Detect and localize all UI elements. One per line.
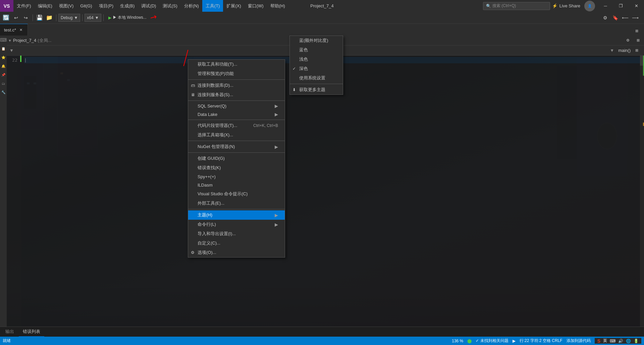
menu-git[interactable]: Git(G) xyxy=(77,0,95,12)
theme-light-label: 浅色 xyxy=(299,56,308,62)
line-num-22: 22 xyxy=(7,57,17,63)
tray-icon-2: 🔊 xyxy=(618,339,623,343)
menu-analyze[interactable]: 分析(N) xyxy=(181,0,202,12)
tab-test-c[interactable]: test.c* ✕ xyxy=(0,24,28,36)
activity-icon-5[interactable]: 📌 xyxy=(0,72,6,78)
new-project-btn[interactable]: 🔃 xyxy=(1,13,11,22)
run-button[interactable]: ▶ ▶ 本地 Windows... xyxy=(106,13,149,22)
theme-light[interactable]: 浅色 xyxy=(290,55,343,64)
menu-sql-server[interactable]: SQL Server(Q) ▶ xyxy=(188,102,285,110)
sql-arrow-icon: ▶ xyxy=(275,104,278,109)
sep-2 xyxy=(188,100,285,101)
menu-test[interactable]: 测试(S) xyxy=(159,0,180,12)
maximize-button[interactable]: ❐ xyxy=(613,0,629,12)
code-content[interactable]: | xyxy=(21,56,644,327)
status-add-source[interactable]: 添加到源代码 xyxy=(567,338,591,344)
menu-nuget[interactable]: NuGet 包管理器(N) ▶ xyxy=(188,142,285,151)
save-btn[interactable]: 💾 xyxy=(35,13,44,22)
close-button[interactable]: ✕ xyxy=(629,0,644,12)
server-icon: 🖥 xyxy=(191,92,195,97)
menu-manage-preview[interactable]: 管理和预览(P)功能 xyxy=(188,69,285,78)
menu-vs-cmd[interactable]: Visual Studio 命令提示(C) xyxy=(188,189,285,199)
solution-arrow[interactable]: ▼ xyxy=(8,39,12,43)
split-editor-btn[interactable]: ⊞ xyxy=(632,26,641,36)
status-zoom[interactable]: 136 % xyxy=(452,339,463,343)
menu-window[interactable]: 窗口(W) xyxy=(245,0,267,12)
theme-system[interactable]: 使用系统设置 xyxy=(290,73,343,83)
external-tools-label: 外部工具(E)... xyxy=(198,200,224,206)
activity-icon-7[interactable]: 🔧 xyxy=(0,89,6,95)
menu-connect-db[interactable]: 🗃 连接到数据库(D)... xyxy=(188,81,285,90)
menu-toolbox-items[interactable]: 选择工具箱项(X)... xyxy=(188,130,285,140)
status-ready: 就绪 xyxy=(3,338,11,344)
menu-help[interactable]: 帮助(H) xyxy=(267,0,288,12)
debug-toolbar-btn[interactable]: ⚙ xyxy=(600,13,610,22)
theme-blue-contrast[interactable]: 蓝(额外对比度) xyxy=(290,36,343,45)
save-all-btn[interactable]: 📁 xyxy=(45,13,54,22)
manage-preview-label: 管理和预览(P)功能 xyxy=(198,71,234,77)
activity-icon-2[interactable]: 📋 xyxy=(0,46,6,52)
activity-icon-4[interactable]: 🔔 xyxy=(0,63,6,69)
minimize-button[interactable]: ─ xyxy=(598,0,613,12)
menu-build[interactable]: 生成(B) xyxy=(117,0,138,12)
menu-file[interactable]: 文件(F) xyxy=(13,0,35,12)
nav-btn-1[interactable]: ⟵ xyxy=(621,13,630,22)
menu-external-tools[interactable]: 外部工具(E)... xyxy=(188,199,285,208)
user-avatar[interactable]: 👤 xyxy=(584,1,595,11)
tab-bar: test.c* ✕ ⊞ xyxy=(0,24,644,36)
func-expand-btn[interactable]: ⊞ xyxy=(632,46,641,55)
minimap-scrollbar[interactable] xyxy=(640,56,644,327)
theme-get-more[interactable]: ⬇ 获取更多主题 xyxy=(290,85,343,94)
nuget-label: NuGet 包管理器(N) xyxy=(198,144,235,150)
new-icon: 🔃 xyxy=(3,14,9,21)
menu-view[interactable]: 视图(V) xyxy=(56,0,77,12)
activity-icon-6[interactable]: 🗂 xyxy=(0,80,6,86)
menu-import-export[interactable]: 导入和导出设置(I)... xyxy=(188,229,285,238)
menu-error-lookup[interactable]: 错误查找(K) xyxy=(188,163,285,172)
undo-btn[interactable]: ↩ xyxy=(11,13,21,22)
menu-ildasm[interactable]: ILDasm xyxy=(188,181,285,189)
menu-command-line[interactable]: 命令行(L) ▶ xyxy=(188,220,285,229)
activity-code-icon[interactable]: ⌨ xyxy=(0,37,6,43)
func-name: main() xyxy=(618,48,631,53)
solution-expand-btn[interactable]: ⊞ xyxy=(633,36,643,45)
live-share-button[interactable]: ⚡ Live Share xyxy=(548,0,584,12)
menu-create-guid[interactable]: 创建 GUID(G) xyxy=(188,154,285,163)
menu-customize[interactable]: 自定义(C)... xyxy=(188,238,285,248)
theme-blue[interactable]: 蓝色 xyxy=(290,45,343,55)
platform-dropdown[interactable]: x64 ▼ xyxy=(85,14,101,22)
panel-tab-output[interactable]: 输出 xyxy=(1,327,18,337)
menu-project[interactable]: 项目(P) xyxy=(96,0,117,12)
panel-tab-errors[interactable]: 错误列表 xyxy=(19,327,44,337)
menu-data-lake[interactable]: Data Lake ▶ xyxy=(188,110,285,119)
toolbox-label: 选择工具箱项(X)... xyxy=(198,132,233,138)
theme-blue-label: 蓝色 xyxy=(299,47,308,53)
nav-btn-2[interactable]: ⟶ xyxy=(631,13,640,22)
menu-extensions[interactable]: 扩展(X) xyxy=(223,0,244,12)
theme-submenu: 蓝(额外对比度) 蓝色 浅色 ✓ 深色 使用系统设置 ⬇ 获取更多主题 xyxy=(289,36,343,95)
tab-close-btn[interactable]: ✕ xyxy=(18,27,23,32)
redo-btn[interactable]: ↪ xyxy=(21,13,31,22)
menu-options[interactable]: ⚙ 选项(O)... xyxy=(188,248,285,257)
menu-get-tools[interactable]: 获取工具和功能(T)... xyxy=(188,60,285,69)
func-dropdown-1[interactable]: ▼ xyxy=(9,48,14,53)
menu-snippet-manager[interactable]: 代码片段管理器(T)... Ctrl+K, Ctrl+B xyxy=(188,121,285,130)
menu-spy[interactable]: Spy++(+) xyxy=(188,172,285,181)
main-area: ⌨ 📋 ⭐ 🔔 📌 🗂 🔧 ▼ Project_7_4 (全局... ⚙ ⊞ ▼… xyxy=(0,36,644,327)
activity-icon-3[interactable]: ⭐ xyxy=(0,54,6,60)
bookmark-btn[interactable]: 🔖 xyxy=(610,13,620,22)
tray-icon-s: S xyxy=(597,338,600,344)
theme-dark-label: 深色 xyxy=(299,66,308,72)
debug-config-dropdown[interactable]: Debug ▼ xyxy=(58,14,80,22)
sep-5 xyxy=(188,152,285,153)
menu-edit[interactable]: 编辑(E) xyxy=(35,0,56,12)
menu-debug[interactable]: 调试(D) xyxy=(138,0,159,12)
menu-connect-server[interactable]: 🖥 连接到服务器(S)... xyxy=(188,90,285,99)
title-search[interactable]: 🔍 搜索 (Ctrl+Q) xyxy=(483,2,550,10)
theme-dark[interactable]: ✓ 深色 xyxy=(290,64,343,73)
menu-tools[interactable]: 工具(T) xyxy=(202,0,223,12)
toolbar: 🔃 ↩ ↪ 💾 📁 Debug ▼ x64 ▼ ▶ ▶ 本地 Windows..… xyxy=(0,12,644,24)
solution-settings-btn[interactable]: ⚙ xyxy=(623,36,633,45)
func-dropdown-2[interactable]: ▼ xyxy=(610,48,614,53)
menu-theme[interactable]: 主题(H) ▶ xyxy=(188,210,285,220)
